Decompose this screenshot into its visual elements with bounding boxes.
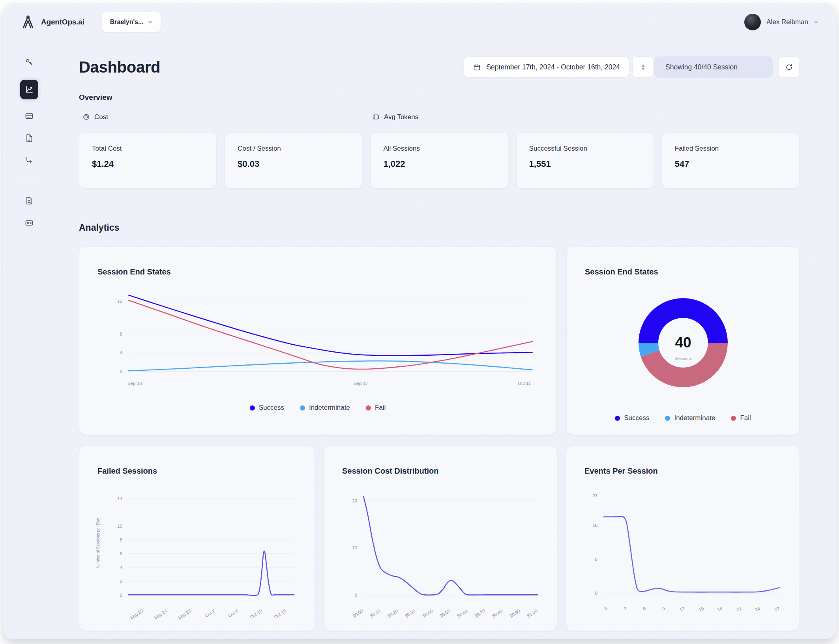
svg-text:$0.70: $0.70 [474, 609, 486, 619]
session-count-badge: Showing 40/40 Session [654, 56, 773, 78]
svg-text:Oct 2: Oct 2 [204, 609, 216, 618]
tab-avg-tokens[interactable]: Avg Tokens [372, 113, 418, 121]
svg-text:Sep 28: Sep 28 [177, 609, 192, 620]
session-count-label: Showing 40/40 Session [665, 63, 738, 71]
sidebar [3, 41, 55, 639]
stat-card-cost-per-session: Cost / Session $0.03 [225, 133, 362, 189]
svg-text:Number of Sessions per Day: Number of Sessions per Day [96, 518, 100, 569]
svg-text:Sep 17: Sep 17 [354, 381, 368, 386]
legend-item: Indeterminate [665, 414, 715, 422]
analytics-chart-icon [24, 85, 34, 94]
code-file-icon[interactable] [24, 133, 34, 143]
date-range-picker[interactable]: September 17th, 2024 - October 16th, 202… [464, 56, 629, 78]
svg-text:Oct 16: Oct 16 [273, 609, 287, 620]
stat-card-failed-session: Failed Session 547 [662, 133, 800, 189]
svg-text:20: 20 [352, 498, 357, 503]
analytics-heading: Analytics [79, 222, 800, 233]
session-end-states-donut-chart: 40Sessions [567, 247, 799, 435]
svg-text:Sep 20: Sep 20 [129, 609, 144, 620]
svg-text:2: 2 [120, 579, 122, 584]
svg-text:8: 8 [120, 538, 122, 542]
tokens-icon [372, 113, 380, 121]
corner-arrow-icon[interactable] [24, 155, 34, 165]
stat-card-total-cost: Total Cost $1.24 [79, 133, 217, 189]
svg-text:$0.60: $0.60 [457, 609, 469, 619]
stat-label: All Sessions [383, 145, 495, 153]
stat-value: 1,551 [529, 159, 641, 169]
tab-cost[interactable]: Cost [82, 113, 108, 121]
brand: AgentOps.ai [21, 15, 84, 30]
file-search-icon[interactable] [24, 196, 34, 205]
stat-value: $1.24 [92, 159, 204, 169]
svg-text:21: 21 [736, 606, 742, 612]
svg-text:3: 3 [623, 606, 627, 611]
svg-text:9: 9 [662, 606, 666, 611]
avatar [744, 14, 761, 30]
svg-text:Sep 24: Sep 24 [153, 608, 168, 620]
stat-label: Total Cost [92, 145, 204, 153]
svg-text:$0.00: $0.00 [352, 609, 364, 619]
stat-label: Cost / Session [238, 145, 349, 153]
svg-text:10: 10 [117, 524, 122, 528]
stat-card-successful-session: Successful Session 1,551 [516, 133, 654, 189]
chart-legend: SuccessIndeterminateFail [567, 414, 799, 422]
stat-label: Failed Session [675, 145, 787, 153]
stat-value: $0.03 [238, 159, 349, 169]
svg-text:10: 10 [352, 545, 357, 550]
brand-name: AgentOps.ai [41, 18, 84, 26]
chart-card-events-per-session: Events Per Session 081623036912151821242… [566, 446, 799, 631]
id-card-icon[interactable] [24, 218, 34, 228]
main-content: Dashboard September 17th, 2024 - October… [55, 41, 836, 639]
session-cost-distribution-chart: 01020$0.00$0.10$0.20$0.30$0.40$0.50$0.60… [324, 446, 557, 631]
stat-value: 1,022 [383, 159, 495, 169]
key-icon[interactable] [24, 58, 34, 67]
svg-text:0: 0 [120, 369, 122, 374]
filter-button[interactable] [632, 56, 654, 78]
chevron-down-icon [148, 20, 153, 24]
overview-heading: Overview [79, 93, 800, 102]
svg-text:23: 23 [592, 493, 597, 498]
top-bar: AgentOps.ai Braelyn's... Alex Reibman [3, 3, 836, 41]
workspace-selector[interactable]: Braelyn's... [102, 12, 161, 32]
svg-text:$0.40: $0.40 [421, 609, 434, 619]
svg-text:16: 16 [592, 523, 597, 528]
svg-text:15: 15 [117, 299, 122, 304]
svg-text:8: 8 [595, 557, 597, 562]
chart-card-session-end-states-donut: Session End States 40Sessions SuccessInd… [566, 246, 800, 435]
svg-text:$1.00: $1.00 [526, 609, 538, 619]
svg-text:Oct 11: Oct 11 [518, 381, 531, 386]
svg-text:Sep 16: Sep 16 [127, 381, 142, 386]
sidebar-item-dashboard[interactable] [20, 80, 38, 99]
legend-item: Indeterminate [300, 404, 350, 412]
legend-item: Fail [731, 414, 751, 422]
legend-item: Success [615, 414, 649, 422]
chart-legend: SuccessIndeterminateFail [79, 404, 556, 412]
agentops-logo-icon [21, 15, 36, 30]
svg-text:18: 18 [717, 606, 723, 612]
svg-text:27: 27 [774, 606, 780, 612]
svg-text:$0.80: $0.80 [491, 609, 504, 619]
legend-item: Success [250, 404, 284, 412]
svg-text:15: 15 [698, 606, 704, 612]
chart-card-failed-sessions: Failed Sessions 024681014Sep 20Sep 24Sep… [79, 446, 315, 631]
svg-text:0: 0 [120, 593, 122, 597]
stat-label: Successful Session [529, 145, 641, 153]
tab-cost-label: Cost [94, 113, 108, 121]
metric-tabs: Cost Avg Tokens [79, 113, 800, 124]
svg-text:24: 24 [754, 606, 761, 612]
archive-box-icon[interactable] [24, 111, 34, 121]
svg-text:4: 4 [120, 565, 123, 570]
svg-text:$0.20: $0.20 [387, 609, 399, 619]
refresh-icon [785, 63, 793, 71]
refresh-button[interactable] [778, 56, 800, 78]
sliders-icon [639, 63, 647, 71]
svg-text:8: 8 [120, 332, 122, 336]
failed-sessions-chart: 024681014Sep 20Sep 24Sep 28Oct 2Oct 6Oct… [79, 446, 315, 631]
user-name: Alex Reibman [766, 18, 808, 26]
chart-card-session-cost-distribution: Session Cost Distribution 01020$0.00$0.1… [324, 446, 557, 631]
svg-text:$0.30: $0.30 [404, 609, 416, 619]
svg-text:12: 12 [679, 606, 685, 612]
user-menu[interactable]: Alex Reibman [744, 14, 818, 30]
svg-text:6: 6 [120, 551, 122, 556]
tab-avg-tokens-label: Avg Tokens [384, 113, 418, 121]
